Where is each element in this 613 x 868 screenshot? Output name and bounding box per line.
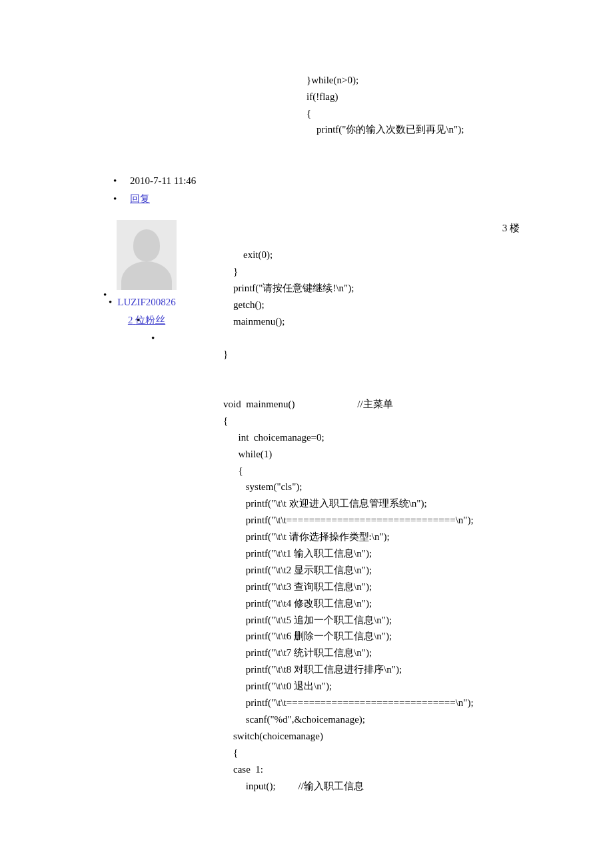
code-block-main: exit(0); } printf("请按任意键继续!\n"); getch()… xyxy=(223,247,520,794)
fans-link[interactable]: 2 位粉丝 xyxy=(128,315,165,325)
post-section: 3 楼 • LUZIF200826 2 位粉丝 exit(0); } print… xyxy=(103,220,520,794)
avatar-silhouette-head xyxy=(133,229,160,261)
user-column: LUZIF200826 2 位粉丝 xyxy=(103,220,190,343)
floor-label: 3 楼 xyxy=(502,220,520,237)
code-snippet-top: }while(n>0); if(!flag) { printf("你的输入次数已… xyxy=(306,72,464,138)
reply-link[interactable]: 回复 xyxy=(130,193,150,204)
username-link[interactable]: LUZIF200826 xyxy=(117,297,176,307)
post-meta-list: 2010-7-11 11:46 回复 xyxy=(103,173,196,209)
avatar[interactable] xyxy=(117,220,177,290)
timestamp: 2010-7-11 11:46 xyxy=(130,175,196,186)
avatar-silhouette-body xyxy=(121,261,172,290)
